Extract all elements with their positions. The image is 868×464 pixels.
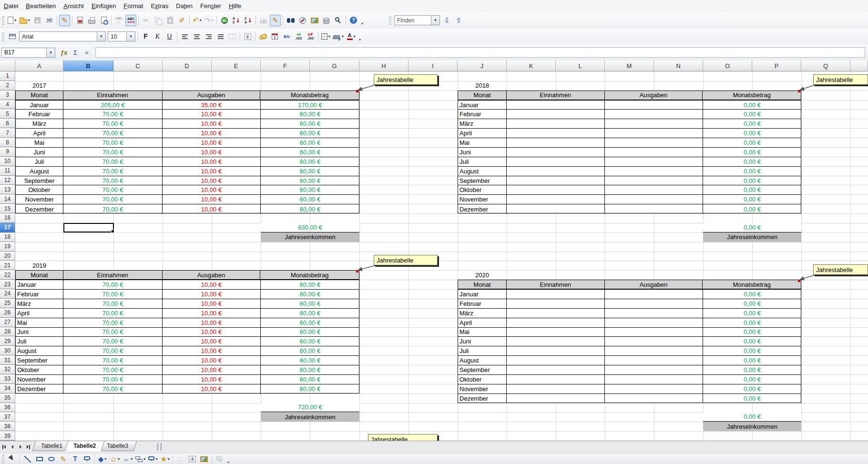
monatsbetrag-cell[interactable]: 60,00 € [261,138,359,147]
monatsbetrag-cell[interactable]: 0,00 € [703,185,801,194]
ausgaben-cell[interactable] [605,204,703,214]
ausgaben-cell[interactable]: 10,00 € [163,365,261,374]
table-row[interactable]: Februar0,00 € [458,110,801,119]
ausgaben-cell[interactable]: 10,00 € [163,195,261,204]
month-cell[interactable]: November [16,195,63,204]
einnahmen-cell[interactable] [507,290,605,299]
ausgaben-cell[interactable]: 10,00 € [163,375,261,384]
select-button[interactable] [7,454,18,464]
table-2017-body[interactable]: Januar205,00 €35,00 €170,00 €Februar70,0… [15,100,359,213]
new-document-button[interactable]: ▾ [7,15,18,26]
month-cell[interactable]: Februar [16,290,63,299]
monatsbetrag-cell[interactable]: 60,00 € [261,318,359,327]
einnahmen-cell[interactable] [507,204,605,214]
month-cell[interactable]: März [458,309,507,318]
toolbar-overflow-icon[interactable]: ▾ [225,454,231,464]
row-header-25[interactable]: 25 [0,299,15,308]
ausgaben-cell[interactable] [605,375,703,384]
jahreseinkommen-label-2019[interactable]: Jahreseinkommen [261,412,359,422]
einnahmen-cell[interactable] [507,375,605,384]
row-header-36[interactable]: 36 [0,403,15,413]
einnahmen-cell[interactable]: 70,00 € [63,204,163,214]
row-header-20[interactable]: 20 [0,252,15,261]
row-header-2[interactable]: 2 [0,81,15,91]
month-cell[interactable]: Februar [458,110,507,119]
row-header-4[interactable]: 4 [0,100,15,110]
hyperlink-button[interactable] [219,15,230,26]
column-header-B[interactable]: B [63,61,113,71]
einnahmen-cell[interactable] [507,299,605,308]
toolbar-overflow-icon[interactable]: ▾ [357,31,363,42]
einnahmen-cell[interactable]: 70,00 € [63,185,163,194]
equals-button[interactable]: = [82,47,92,58]
ausgaben-cell[interactable] [605,129,703,138]
einnahmen-cell[interactable]: 70,00 € [63,346,163,355]
month-cell[interactable]: August [458,356,507,365]
menu-item-daten[interactable]: Daten [172,1,196,11]
year-label-2019[interactable]: 2019 [15,261,63,270]
monatsbetrag-cell[interactable]: 170,00 € [261,101,359,110]
row-header-23[interactable]: 23 [0,280,15,289]
monatsbetrag-cell[interactable]: 0,00 € [703,157,801,166]
row-header-29[interactable]: 29 [0,336,15,346]
jahreseinkommen-value-2017[interactable]: 830,00 € [261,223,359,232]
row-header-18[interactable]: 18 [0,232,15,242]
month-cell[interactable]: März [458,119,507,128]
einnahmen-cell[interactable]: 70,00 € [63,138,163,147]
table-row[interactable]: November0,00 € [458,195,801,204]
month-cell[interactable]: Januar [16,280,63,289]
monatsbetrag-cell[interactable]: 60,00 € [261,185,359,194]
table-row[interactable]: September70,00 €10,00 €60,00 € [16,356,359,365]
chevron-down-icon[interactable]: ▼ [431,16,439,25]
auto-spellcheck-button[interactable] [125,15,136,26]
monatsbetrag-cell[interactable]: 0,00 € [703,328,801,337]
table-row[interactable]: August0,00 € [458,167,801,176]
jahreseinkommen-label-2018[interactable]: Jahreseinkommen [703,232,801,242]
table-2019-body[interactable]: Januar70,00 €10,00 €60,00 €Februar70,00 … [15,280,359,393]
ausgaben-cell[interactable] [605,299,703,308]
month-cell[interactable]: September [16,176,63,185]
insert-from-file-button[interactable] [199,454,210,464]
ausgaben-cell[interactable]: 10,00 € [163,328,261,337]
align-center-button[interactable] [191,31,202,42]
einnahmen-cell[interactable]: 70,00 € [63,318,163,327]
column-header-N[interactable]: N [654,61,703,71]
row-header-14[interactable]: 14 [0,194,15,204]
table-row[interactable]: Februar70,00 €10,00 €60,00 € [16,110,359,119]
einnahmen-cell[interactable]: 70,00 € [63,299,163,308]
month-cell[interactable]: Juli [458,157,507,166]
monatsbetrag-cell[interactable]: 0,00 € [703,356,801,365]
month-cell[interactable]: Dezember [458,394,507,403]
table-row[interactable]: Januar0,00 € [458,290,801,299]
einnahmen-cell[interactable] [507,309,605,318]
year-label-2020[interactable]: 2020 [458,270,507,280]
einnahmen-cell[interactable] [507,157,605,166]
ausgaben-cell[interactable] [605,365,703,374]
monatsbetrag-cell[interactable]: 60,00 € [261,195,359,204]
month-cell[interactable]: Mai [458,328,507,337]
month-cell[interactable]: Juni [458,148,507,157]
format-paintbrush-button[interactable]: ✐ [176,15,187,26]
ausgaben-cell[interactable] [605,148,703,157]
column-header-J[interactable]: J [458,61,507,71]
ausgaben-cell[interactable] [605,394,703,403]
einnahmen-cell[interactable] [507,318,605,327]
tab-scrollbar-splitter[interactable] [157,443,162,451]
underline-button[interactable]: U [164,31,175,42]
einnahmen-cell[interactable] [507,110,605,119]
ausgaben-cell[interactable] [605,176,703,185]
row-header-32[interactable]: 32 [0,365,15,374]
print-button[interactable] [86,15,97,26]
borders-button[interactable]: ▾ [320,31,331,42]
month-cell[interactable]: Juli [16,157,63,166]
monatsbetrag-cell[interactable]: 0,00 € [703,365,801,374]
monatsbetrag-cell[interactable]: 0,00 € [703,290,801,299]
table-row[interactable]: Mai70,00 €10,00 €60,00 € [16,138,359,148]
table-row[interactable]: August70,00 €10,00 €60,00 € [16,167,359,176]
monatsbetrag-cell[interactable]: 0,00 € [703,176,801,185]
month-cell[interactable]: September [458,176,507,185]
column-header-M[interactable]: M [605,61,654,71]
sheet-nav-first-button[interactable] [0,443,8,451]
einnahmen-cell[interactable] [507,346,605,355]
table-row[interactable]: Mai0,00 € [458,328,801,337]
